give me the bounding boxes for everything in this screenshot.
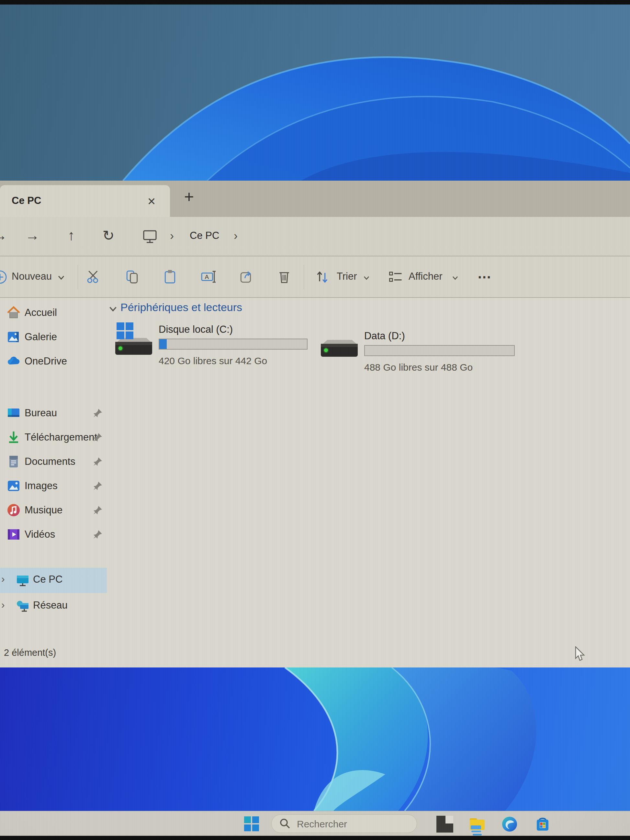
forward-button[interactable]: → [23,227,42,243]
home-icon [6,306,21,320]
pin-icon [93,432,103,442]
start-button-windows-icon[interactable] [243,816,260,832]
sidebar-item-label: Images [25,480,58,492]
videos-icon [6,527,21,542]
pin-icon [93,456,103,467]
chevron-down-icon [452,276,458,280]
monitor-bezel-bottom [0,836,630,840]
this-pc-breadcrumb-icon[interactable] [142,230,157,244]
drive-used-fill [159,339,167,349]
pin-icon [93,529,103,540]
taskbar-file-explorer-icon[interactable] [469,816,486,832]
active-app-indicator [473,834,482,835]
drive-tile-d[interactable]: Data (D:) 488 Go libres sur 488 Go [319,328,519,396]
more-options-button[interactable]: … [477,265,493,282]
sidebar-item-label: Bureau [25,407,57,419]
drive-tile-c[interactable]: Disque local (C:) 420 Go libres sur 442 … [113,322,314,390]
this-pc-icon [16,573,30,587]
breadcrumb-chevron-icon[interactable]: › [234,229,238,243]
sidebar-item-galerie[interactable]: Galerie [0,325,107,349]
sidebar-item-telechargement[interactable]: Téléchargement [0,426,107,449]
sidebar-item-images[interactable]: Images [0,474,107,497]
pin-icon [93,481,103,491]
windows-flag-icon [116,322,134,340]
pin-icon [93,408,103,418]
delete-icon[interactable] [277,269,292,284]
drive-name: Data (D:) [364,330,405,342]
sidebar-item-accueil[interactable]: Accueil [0,301,107,324]
expand-chevron-icon[interactable]: › [1,599,5,611]
search-icon [279,817,291,830]
desktop-wallpaper-bottom [0,668,630,811]
photographed-monitor: Ce PC × + → → ↑ ↻ › Ce PC › [0,0,630,840]
navigation-bar: → → ↑ ↻ › Ce PC › [0,217,630,256]
taskbar-edge-icon[interactable] [501,816,518,832]
new-item-icon[interactable] [0,269,8,285]
up-button[interactable]: ↑ [62,227,81,243]
expand-chevron-icon[interactable]: › [1,573,5,585]
copy-icon[interactable] [125,269,140,284]
cut-icon[interactable] [87,269,102,284]
onedrive-cloud-icon [6,354,21,368]
desktop-wallpaper-top [0,5,630,181]
monitor-bezel-top [0,0,630,5]
new-tab-button[interactable]: + [179,187,199,208]
sort-icon[interactable] [315,269,330,285]
sidebar-item-label: Galerie [25,331,57,343]
network-icon [16,599,30,613]
music-icon [6,503,21,517]
share-icon[interactable] [239,269,254,284]
refresh-button[interactable]: ↻ [99,227,118,244]
toolbar-divider [304,265,304,289]
rename-icon[interactable]: A [201,269,216,284]
taskbar-store-icon[interactable] [534,816,551,832]
sidebar-item-ce-pc[interactable]: › Ce PC [0,568,107,593]
tab-close-icon[interactable]: × [142,192,161,210]
hard-drive-icon [319,336,360,375]
sidebar-item-label: Accueil [25,307,57,319]
sidebar-item-label: Téléchargement [25,431,97,443]
taskbar-app-icon-dark[interactable] [436,816,453,832]
drive-free-space: 488 Go libres sur 488 Go [364,362,473,373]
sidebar-item-documents[interactable]: Documents [0,450,107,473]
tab-ce-pc[interactable]: Ce PC × [0,185,170,217]
status-bar-item-count: 2 élément(s) [4,647,56,658]
view-icon[interactable] [388,269,403,285]
new-button[interactable]: Nouveau [12,271,52,282]
sidebar-item-label: Musique [25,504,63,516]
drive-capacity-bar [159,339,308,350]
section-header-devices-and-drives[interactable]: Périphériques et lecteurs [120,301,242,314]
taskbar: Rechercher [0,811,630,836]
sidebar-item-label: Réseau [33,600,68,611]
section-collapse-chevron-icon[interactable] [109,305,117,313]
svg-text:A: A [205,273,209,280]
drive-name: Disque local (C:) [159,324,233,335]
paste-icon[interactable] [163,269,177,284]
wallpaper-bloom-arcs [0,5,630,181]
sidebar-item-label: Documents [25,456,76,467]
explorer-body: Accueil Galerie OneDrive [0,298,630,668]
taskbar-search-box[interactable]: Rechercher [271,815,417,833]
sidebar-item-bureau[interactable]: Bureau [0,401,107,425]
sidebar-item-label: OneDrive [25,355,67,367]
search-placeholder: Rechercher [297,819,347,830]
desktop-icon [6,406,21,420]
gallery-icon [6,330,21,344]
pin-icon [93,505,103,515]
sort-button[interactable]: Trier [337,271,357,282]
tab-title: Ce PC [12,195,41,207]
hard-drive-icon [113,322,154,361]
view-button[interactable]: Afficher [409,271,442,282]
sidebar-item-reseau[interactable]: › Réseau [0,594,107,619]
sidebar-item-label: Vidéos [25,529,55,540]
file-explorer-window: Ce PC × + → → ↑ ↻ › Ce PC › [0,181,630,668]
breadcrumb-location[interactable]: Ce PC [190,230,219,242]
chevron-down-icon [58,275,65,280]
drive-free-space: 420 Go libres sur 442 Go [159,355,267,366]
sidebar-item-musique[interactable]: Musique [0,499,107,522]
sidebar-item-onedrive[interactable]: OneDrive [0,350,107,373]
download-icon [6,430,21,444]
tab-bar: Ce PC × + [0,181,630,217]
back-button[interactable]: → [0,227,10,243]
sidebar-item-videos[interactable]: Vidéos [0,523,107,546]
